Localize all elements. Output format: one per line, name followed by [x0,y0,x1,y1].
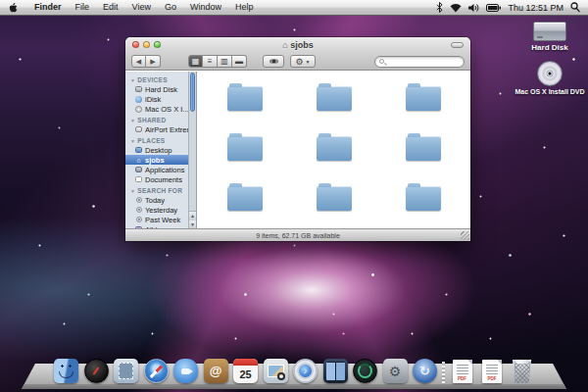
sidebar-item-desktop[interactable]: Desktop [125,145,196,155]
dock-item-system-preferences[interactable]: ⚙ [382,358,408,383]
dock-item-dashboard[interactable] [83,358,109,383]
dock-item-ical[interactable]: 25 [233,358,259,383]
folder-documents[interactable] [289,75,378,125]
battery-icon[interactable] [486,4,501,12]
sidebar-item-label: Documents [145,175,182,184]
search-input[interactable] [387,58,456,65]
toolbar-toggle-pill[interactable] [451,42,464,48]
sidebar-item-hard-disk[interactable]: Hard Disk [125,84,196,94]
window-title: ⌂ sjobs [125,40,470,50]
icon-view-button[interactable]: ▦ [188,55,203,68]
folder-library[interactable] [200,125,289,175]
window-chrome[interactable]: ⌂ sjobs ◀ ▶ ▦≡▥▬ ⚙ ▼ [125,37,470,71]
bluetooth-icon[interactable] [436,2,443,13]
dock-item-downloads-stack[interactable]: PDF [479,358,505,383]
desktop-icon-hard-disk[interactable]: Hard Disk [514,22,586,52]
desktop-icon-install-dvd[interactable]: Mac OS X Install DVD [514,61,586,95]
list-view-button[interactable]: ≡ [203,55,218,68]
window-title-bar[interactable]: ⌂ sjobs [125,37,470,52]
spotlight-icon[interactable] [570,2,580,13]
mail-icon [114,359,138,383]
software-update-icon: ↻ [413,359,437,383]
volume-icon[interactable] [468,3,479,13]
hard-disk-icon [135,86,142,93]
disclosure-triangle-icon: ▼ [130,77,135,83]
sidebar-item-label: Today [145,196,165,205]
disc-icon [135,106,142,113]
folder-pictures[interactable] [200,174,289,224]
sidebar-item-idisk[interactable]: iDisk [125,94,196,104]
folder-public[interactable] [289,174,378,224]
scrollbar-arrows: ▲ ▼ [189,211,196,228]
menu-bar: FinderFileEditViewGoWindowHelp Thu 12:51… [0,0,588,16]
sidebar-section-header[interactable]: ▼PLACES [125,134,196,145]
menu-bar-clock[interactable]: Thu 12:51 PM [508,3,564,13]
sidebar-scrollbar[interactable]: ▲ ▼ [188,72,196,228]
trash-icon [511,359,534,383]
dock-item-address-book[interactable]: @ [203,358,228,383]
dock-item-time-machine[interactable] [353,358,378,383]
dock-item-ichat[interactable] [173,358,199,383]
action-menu-button[interactable]: ⚙ ▼ [290,55,316,68]
dock-item-itunes[interactable]: ♪ [293,358,318,383]
documents-icon [135,176,142,183]
sidebar-item-airport-extreme[interactable]: AirPort Extreme [125,124,196,134]
scroll-up-arrow[interactable]: ▲ [189,212,196,220]
wifi-icon[interactable] [450,3,462,13]
dock-item-spaces[interactable] [322,358,348,383]
search-field[interactable] [374,56,465,68]
column-view-button[interactable]: ▥ [218,55,232,68]
menu-view[interactable]: View [125,0,158,15]
sidebar-item-sjobs[interactable]: ⌂sjobs [125,155,196,165]
dock-item-documents-stack[interactable]: PDF [450,358,475,383]
folder-movies[interactable] [289,125,378,175]
window-toolbar: ◀ ▶ ▦≡▥▬ ⚙ ▼ [125,52,470,71]
folder-music[interactable] [379,125,468,175]
sidebar-section-header[interactable]: ▼SEARCH FOR [125,184,196,195]
sidebar-item-today[interactable]: Today [125,195,196,205]
scroll-down-arrow[interactable]: ▼ [189,220,196,229]
folder-sites[interactable] [379,174,468,224]
sidebar-item-applications[interactable]: Applications [125,165,196,174]
folder-desktop[interactable] [200,75,289,125]
menu-file[interactable]: File [69,0,97,15]
hard-disk-icon [533,22,566,41]
coverflow-view-button[interactable]: ▬ [232,55,247,68]
sidebar-section-header[interactable]: ▼DEVICES [125,74,196,84]
dock-item-finder[interactable] [54,358,79,383]
dock: @25♪⚙↻PDFPDF [0,351,588,392]
sidebar-item-label: sjobs [145,156,165,165]
menu-go[interactable]: Go [158,0,183,15]
dock-item-preview[interactable] [263,358,288,383]
sidebar-item-past-week[interactable]: Past Week [125,215,196,224]
menu-finder[interactable]: Finder [27,0,69,15]
resize-grip[interactable] [461,231,469,240]
sidebar-item-documents[interactable]: Documents [125,174,196,184]
menu-window[interactable]: Window [183,0,228,15]
dock-item-trash[interactable] [510,358,535,383]
sidebar-item-yesterday[interactable]: Yesterday [125,205,196,215]
idisk-icon [135,96,142,103]
sidebar-item-mac-os-x-i[interactable]: Mac OS X I...⏏ [125,104,196,114]
back-button[interactable]: ◀ [131,55,146,68]
ical-icon: 25 [233,359,258,383]
menu-help[interactable]: Help [228,0,261,15]
desktop-wallpaper: FinderFileEditViewGoWindowHelp Thu 12:51… [0,0,588,392]
scrollbar-thumb[interactable] [190,73,195,112]
home-icon: ⌂ [135,157,142,164]
dock-item-software-update[interactable]: ↻ [413,358,438,383]
folder-downloads[interactable] [379,75,468,125]
window-status-bar: 9 items, 62.71 GB available [125,228,470,241]
desktop-icon [135,147,142,154]
forward-button[interactable]: ▶ [146,55,161,68]
folder-icon [227,86,263,111]
status-text: 9 items, 62.71 GB available [256,232,340,239]
dock-item-mail[interactable] [114,358,139,383]
sidebar-item-label: Hard Disk [145,85,177,94]
sidebar-section-header[interactable]: ▼SHARED [125,114,196,124]
apple-menu-icon[interactable] [0,2,27,14]
clock-icon [135,197,142,204]
menu-edit[interactable]: Edit [96,0,125,15]
dock-item-safari[interactable] [143,358,169,383]
quick-look-button[interactable] [263,55,284,68]
